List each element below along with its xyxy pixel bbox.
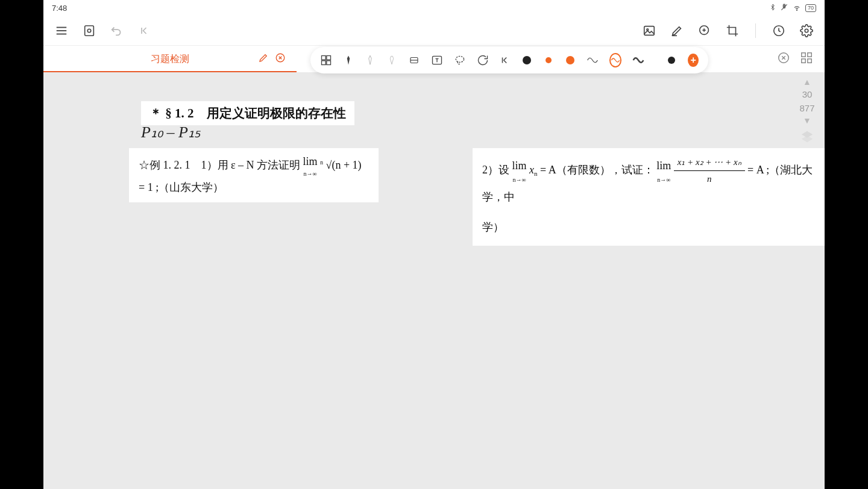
image-icon[interactable]: [642, 23, 656, 38]
svg-rect-19: [322, 56, 326, 60]
problem-2: 2）设 lim n→∞ xn = A（有限数），试证： lim n→∞ x₁ +…: [473, 148, 825, 246]
page-content: ＊ § 1. 2 用定义证明极限的存在性 P₁₀ – P₁₅ ☆例 1. 2. …: [87, 76, 825, 489]
svg-rect-33: [802, 53, 805, 57]
svg-rect-34: [808, 53, 811, 57]
page-up-icon[interactable]: ▲: [803, 77, 811, 87]
handwriting-note: P₁₀ – P₁₅: [141, 123, 200, 142]
status-time: 7:48: [52, 4, 67, 13]
pencil-edit-icon[interactable]: [670, 23, 684, 38]
shapes-tool-icon[interactable]: [320, 54, 332, 67]
top-toolbar: [43, 16, 825, 46]
svg-point-15: [805, 29, 808, 33]
eraser-tool-icon[interactable]: [408, 54, 420, 67]
battery-icon: 70: [805, 4, 816, 12]
page-current: 30: [802, 89, 813, 99]
collapse-tool-icon[interactable]: [500, 54, 511, 67]
tool-pill: +: [310, 47, 708, 73]
wifi-icon: [792, 3, 802, 13]
svg-marker-38: [802, 135, 813, 142]
status-indicators: 70: [769, 3, 816, 13]
prob1-prefix: ☆例 1. 2. 1 1）用 ε – N 方法证明: [139, 159, 303, 171]
svg-rect-20: [327, 56, 331, 60]
prob2-fraction: x₁ + x₂ + ⋯ + xₙ n: [674, 154, 745, 187]
prob1-limit: lim n→∞: [303, 153, 318, 179]
tab-active[interactable]: 习题检测: [43, 46, 297, 72]
menu-icon[interactable]: [54, 23, 69, 38]
view-mode-icon[interactable]: [82, 23, 96, 38]
svg-rect-21: [322, 61, 326, 65]
color-orange-medium[interactable]: [565, 54, 576, 67]
tab-label: 习题检测: [58, 53, 282, 66]
zoom-in-icon[interactable]: [697, 23, 712, 38]
problem-1: ☆例 1. 2. 1 1）用 ε – N 方法证明 lim n→∞ n √(n …: [129, 148, 379, 202]
svg-rect-36: [808, 59, 811, 63]
stroke-wave-bold-icon[interactable]: [632, 54, 644, 67]
svg-rect-5: [85, 25, 94, 36]
page-down-icon[interactable]: ▼: [803, 116, 811, 125]
add-tool-button[interactable]: +: [688, 54, 699, 67]
svg-rect-8: [644, 26, 655, 35]
highlighter-tool-icon[interactable]: [365, 54, 376, 67]
svg-point-1: [796, 10, 797, 10]
grid-panel-icon[interactable]: [799, 51, 814, 65]
stroke-wave-selected-icon[interactable]: [609, 53, 621, 67]
section-heading: ＊ § 1. 2 用定义证明极限的存在性: [141, 101, 354, 125]
root-index: n: [320, 159, 323, 166]
prob2-limit2: lim n→∞: [656, 156, 671, 185]
clear-circle-icon[interactable]: [776, 51, 791, 65]
rotate-tool-icon[interactable]: [477, 54, 489, 67]
clock-icon[interactable]: [772, 23, 786, 38]
bluetooth-icon: [769, 3, 776, 13]
tab-close-icon[interactable]: [275, 52, 286, 66]
text-tool-icon[interactable]: [431, 54, 443, 67]
svg-point-6: [87, 29, 91, 33]
status-bar: 7:48 70: [43, 0, 825, 16]
svg-rect-35: [802, 59, 805, 63]
prob2-line2: 学）: [482, 217, 815, 237]
mute-icon: [780, 3, 788, 13]
undo-icon[interactable]: [110, 23, 124, 38]
pen-tool-icon[interactable]: [343, 54, 354, 67]
canvas-area[interactable]: ＊ § 1. 2 用定义证明极限的存在性 P₁₀ – P₁₅ ☆例 1. 2. …: [43, 72, 825, 489]
page-total: 877: [799, 103, 814, 113]
lasso-tool-icon[interactable]: [454, 54, 466, 67]
prob2-mid: = A（有限数），试证：: [540, 164, 654, 176]
prob2-prefix: 2）设: [482, 164, 512, 176]
prob2-limit1: lim n→∞: [512, 156, 527, 185]
color-black-medium[interactable]: [666, 54, 677, 67]
color-orange-small[interactable]: [543, 54, 554, 67]
redo-back-icon[interactable]: [137, 23, 152, 38]
right-tool-group: [776, 51, 814, 65]
layers-icon[interactable]: [800, 130, 814, 146]
svg-rect-22: [327, 61, 331, 65]
color-black-large[interactable]: [521, 54, 532, 67]
page-navigator: ▲ 30 877 ▼: [796, 77, 819, 146]
separator: [755, 23, 756, 38]
tab-edit-icon[interactable]: [258, 52, 269, 66]
crop-icon[interactable]: [725, 23, 740, 38]
settings-icon[interactable]: [799, 23, 814, 38]
stroke-wave-thin-icon[interactable]: [587, 54, 599, 67]
marker-tool-icon[interactable]: [386, 54, 397, 67]
svg-point-28: [456, 56, 464, 62]
